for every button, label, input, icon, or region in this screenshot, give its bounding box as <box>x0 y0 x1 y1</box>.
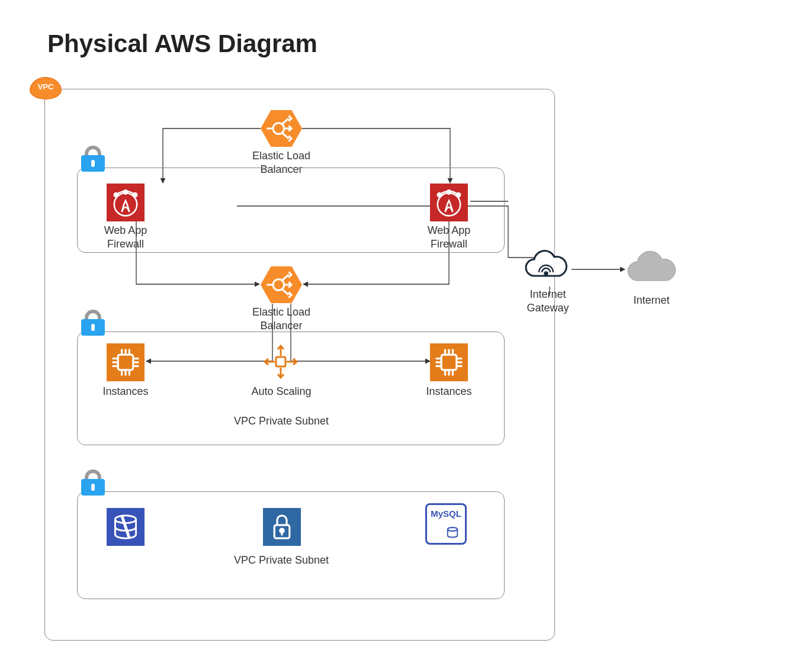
svg-line-16 <box>283 275 289 280</box>
internet-label: Internet <box>622 294 681 307</box>
lock-service-icon <box>263 508 301 546</box>
svg-point-53 <box>448 528 458 531</box>
lock-icon <box>81 310 105 336</box>
svg-point-51 <box>280 529 284 532</box>
lock-icon <box>81 146 105 172</box>
waf-left-icon <box>107 184 145 221</box>
svg-rect-18 <box>118 355 133 370</box>
waf-right-icon <box>430 184 468 221</box>
internet-gateway-label: Internet Gateway <box>518 288 577 314</box>
waf-right-label: Web App Firewall <box>418 224 480 250</box>
instances-right-label: Instances <box>412 385 486 398</box>
auto-scaling-icon <box>259 340 302 383</box>
subnet-mid-label: VPC Private Subnet <box>225 414 338 428</box>
svg-point-0 <box>273 123 284 134</box>
waf-left-label: Web App Firewall <box>95 224 156 250</box>
svg-line-17 <box>283 290 289 295</box>
instances-right-icon <box>430 343 468 381</box>
diagram-canvas: Physical AWS Diagram VPC Elastic Load Ba… <box>0 0 812 669</box>
vpc-badge-label: VPC <box>30 82 61 91</box>
svg-point-13 <box>273 279 284 291</box>
subnet-bot-label: VPC Private Subnet <box>225 554 338 567</box>
internet-gateway-icon <box>521 249 571 284</box>
internet-icon <box>622 249 681 289</box>
mysql-icon: MySQL <box>425 503 467 545</box>
instances-left-icon <box>107 343 145 381</box>
svg-line-4 <box>283 133 289 139</box>
page-title: Physical AWS Diagram <box>47 30 317 58</box>
dynamodb-icon <box>107 508 145 546</box>
instances-left-label: Instances <box>89 385 162 398</box>
svg-line-3 <box>283 118 289 124</box>
elb-mid-label: Elastic Load Balancer <box>237 305 326 332</box>
lock-icon <box>81 469 105 496</box>
auto-scaling-label: Auto Scaling <box>243 385 320 398</box>
svg-point-54 <box>545 272 548 275</box>
mysql-label: MySQL <box>427 509 465 519</box>
vpc-badge-icon: VPC <box>30 77 62 99</box>
svg-point-49 <box>115 516 136 523</box>
svg-rect-31 <box>276 357 285 366</box>
svg-rect-36 <box>441 355 457 370</box>
